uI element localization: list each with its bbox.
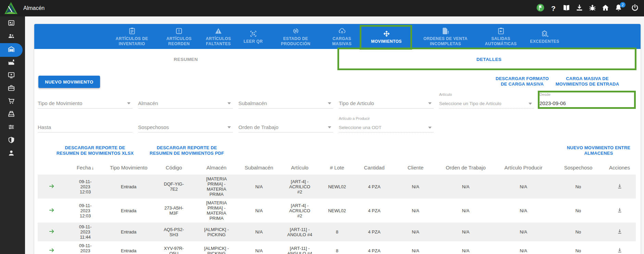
sidebar-item-profile[interactable] bbox=[0, 147, 23, 160]
person-icon bbox=[8, 149, 15, 158]
cyclone-icon bbox=[292, 27, 300, 35]
sidebar-item-purchases[interactable] bbox=[0, 95, 23, 108]
column-header-tipo-movimiento: Tipo Movimiento bbox=[105, 162, 152, 175]
sort-desc-icon: ↓ bbox=[91, 165, 94, 170]
sidebar-item-settings[interactable] bbox=[0, 121, 23, 134]
row-download-icon[interactable] bbox=[616, 228, 623, 235]
filter-tipo-de-movimiento[interactable]: Tipo de Movimiento bbox=[38, 91, 133, 109]
cell-sospechoso: No bbox=[575, 248, 581, 253]
filter-orden-de-trabajo[interactable]: Orden de Trabajo bbox=[238, 115, 333, 132]
field-label: Artículo bbox=[439, 92, 452, 97]
cell-fecha: 09-11-2023 12:03 bbox=[75, 203, 96, 218]
filter-articulo-a-producir[interactable]: Artículo a Producir Seleccione una ODT bbox=[339, 115, 434, 132]
movements-table: Fecha↓Tipo MovimientoCódigoAlmacénSubalm… bbox=[38, 162, 636, 254]
power-icon[interactable] bbox=[631, 4, 639, 13]
warehouse-icon bbox=[8, 46, 15, 54]
book-icon[interactable] bbox=[562, 4, 571, 13]
filter-articulo[interactable]: Artículo Seleccione un Tipo de Artículo bbox=[439, 91, 534, 109]
field-value: 2023-09-06 bbox=[540, 100, 566, 106]
cell-subalmacen: N/A bbox=[255, 208, 263, 213]
subtab-detalles[interactable]: DETALLES bbox=[337, 49, 641, 70]
subtab-resumen[interactable]: RESUMEN bbox=[34, 49, 337, 70]
cell-sospechoso: No bbox=[575, 184, 581, 189]
sidebar-item-warehouse[interactable] bbox=[0, 43, 23, 57]
field-placeholder: Almacén bbox=[138, 100, 158, 106]
column-header-cantidad: Cantidad bbox=[355, 162, 393, 175]
new-movement-button[interactable]: NUEVO MOVIMIENTO bbox=[38, 76, 100, 88]
book-icon bbox=[562, 3, 571, 13]
doc-alert-icon bbox=[442, 27, 449, 35]
globe-icon[interactable] bbox=[536, 4, 545, 13]
download-format-link[interactable]: DESCARGAR FORMATO DE CARGA MASIVA bbox=[492, 76, 552, 87]
tab-articulos-faltantes[interactable]: ARTÍCULOS FALTANTES bbox=[199, 24, 238, 49]
caret-down-icon bbox=[428, 102, 432, 104]
column-header-art-culo-producir: Artículo Producir bbox=[494, 162, 553, 175]
column-header-acciones: Acciones bbox=[603, 162, 636, 175]
download-icon bbox=[575, 3, 584, 13]
bulk-upload-entry-link[interactable]: CARGA MASIVA DE MOVIMIENTOS DE ENTRADA bbox=[552, 76, 622, 87]
sidebar-item-production[interactable] bbox=[0, 56, 23, 69]
column-header-subalmac-n: Subalmacén bbox=[237, 162, 281, 175]
column-header-almac-n: Almacén bbox=[196, 162, 237, 175]
move-icon bbox=[383, 30, 391, 38]
field-placeholder: Tipo de Articulo bbox=[339, 100, 374, 106]
cell-orden-de-trabajo: N/A bbox=[462, 229, 470, 234]
filter-subalmacen[interactable]: Subalmacén bbox=[238, 91, 333, 109]
sidebar-item-sales[interactable] bbox=[0, 108, 23, 121]
new-movement-between-warehouses-link[interactable]: NUEVO MOVIMIENTO ENTRE ALMACENES bbox=[562, 145, 635, 156]
field-label: Desde bbox=[540, 92, 550, 97]
tab-cargas-masivas[interactable]: CARGAS MASIVAS bbox=[323, 24, 361, 49]
table-row: 09-11-2023 11:44EntradaXYV-97R-Q5U[ALMPI… bbox=[38, 241, 636, 254]
tab-leer-qr[interactable]: LEER QR bbox=[238, 24, 268, 49]
tab-ordenes-de-venta-incompletas[interactable]: ORDENES DE VENTA INCOMPLETAS bbox=[412, 24, 479, 49]
filter-tipo-de-articulo[interactable]: Tipo de Articulo bbox=[339, 91, 434, 109]
cell-articulo: [ART-11] - ANGULO #4 bbox=[287, 227, 313, 237]
field-label: Artículo a Producir bbox=[339, 116, 370, 120]
cell-articulo-producir: N/A bbox=[520, 248, 527, 253]
filter-almacen[interactable]: Almacén bbox=[138, 91, 233, 109]
cell-cliente: N/A bbox=[412, 184, 419, 189]
field-placeholder: Sospechosos bbox=[138, 124, 169, 130]
cell-articulo-producir: N/A bbox=[520, 208, 527, 213]
filter-desde[interactable]: Desde 2023-09-06 bbox=[540, 91, 634, 109]
sidebar-item-contacts[interactable] bbox=[0, 30, 23, 43]
home-icon[interactable] bbox=[601, 4, 610, 13]
bug-icon[interactable] bbox=[588, 4, 597, 13]
cell-tipo-movimiento: Entrada bbox=[121, 184, 137, 189]
factory-icon bbox=[8, 58, 15, 67]
row-download-icon[interactable] bbox=[616, 183, 623, 190]
tab-articulos-de-inventario[interactable]: ARTÍCULOS DE INVENTARIO bbox=[104, 24, 159, 49]
cell-articulo-producir: N/A bbox=[520, 229, 527, 234]
report-xlsx-link[interactable]: DESCARGAR REPORTE DE RESUMEN DE MOVIMIEN… bbox=[53, 145, 137, 156]
download-icon[interactable] bbox=[575, 4, 584, 13]
sidebar-item-news[interactable] bbox=[0, 17, 23, 30]
cell-fecha: 09-11-2023 12:03 bbox=[75, 179, 96, 194]
sidebar-item-services[interactable] bbox=[0, 82, 23, 95]
sidebar-item-security[interactable] bbox=[0, 134, 23, 147]
page-title: Almacén bbox=[23, 0, 45, 16]
tab-estado-de-produccion[interactable]: ESTADO DE PRODUCCIÓN bbox=[268, 24, 323, 49]
field-placeholder: Seleccione un Tipo de Artículo bbox=[439, 101, 501, 106]
row-download-icon[interactable] bbox=[616, 247, 623, 254]
filter-hasta[interactable]: Hasta bbox=[38, 115, 133, 132]
report-pdf-link[interactable]: DESCARGAR REPORTE DE RESUMEN DE MOVIMIEN… bbox=[147, 145, 227, 156]
tab-movimientos[interactable]: MOVIMIENTOS bbox=[361, 24, 412, 49]
help-icon[interactable]: ? bbox=[549, 4, 558, 13]
tab-articulos-reorden[interactable]: ARTÍCULOS REORDEN bbox=[159, 24, 199, 49]
filter-sospechosos[interactable]: Sospechosos bbox=[138, 115, 233, 132]
row-download-icon[interactable] bbox=[616, 207, 623, 214]
cell-codigo: 273-A5H-M3F bbox=[162, 205, 186, 216]
bell-icon[interactable]: 2 bbox=[614, 4, 623, 13]
briefcase-icon bbox=[8, 84, 15, 93]
column-header-fecha[interactable]: Fecha↓ bbox=[65, 162, 105, 175]
cell-lote: NEWL02 bbox=[328, 184, 346, 189]
cell-almacen: [ALMPICK] - PICKING bbox=[202, 246, 231, 254]
entry-arrow-icon bbox=[48, 207, 55, 214]
sidebar-item-certificates[interactable] bbox=[0, 69, 23, 82]
movements-table-body: 09-11-2023 12:03EntradaDQF-YIG-7E2[MATER… bbox=[38, 175, 636, 254]
tab-excedentes[interactable]: EXCEDENTES bbox=[523, 24, 567, 49]
notification-badge: 2 bbox=[620, 2, 626, 8]
cell-orden-de-trabajo: N/A bbox=[462, 208, 470, 213]
shield-icon bbox=[8, 136, 15, 145]
tab-salidas-automaticas[interactable]: SALIDAS AUTOMÁTICAS bbox=[479, 24, 523, 49]
